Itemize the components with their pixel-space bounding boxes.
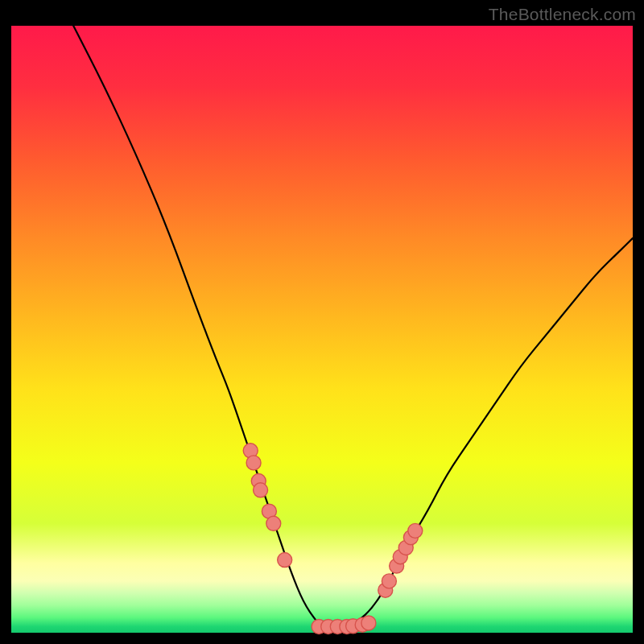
bottleneck-chart	[0, 0, 644, 644]
curve-marker	[278, 553, 292, 568]
curve-marker	[254, 483, 268, 497]
curve-marker	[361, 616, 376, 630]
chart-frame: TheBottleneck.com	[0, 0, 644, 644]
curve-marker	[408, 523, 423, 538]
watermark-text: TheBottleneck.com	[489, 5, 636, 24]
curve-marker	[266, 516, 281, 530]
curve-marker	[382, 574, 396, 588]
plot-background	[11, 26, 633, 633]
curve-marker	[246, 456, 261, 470]
